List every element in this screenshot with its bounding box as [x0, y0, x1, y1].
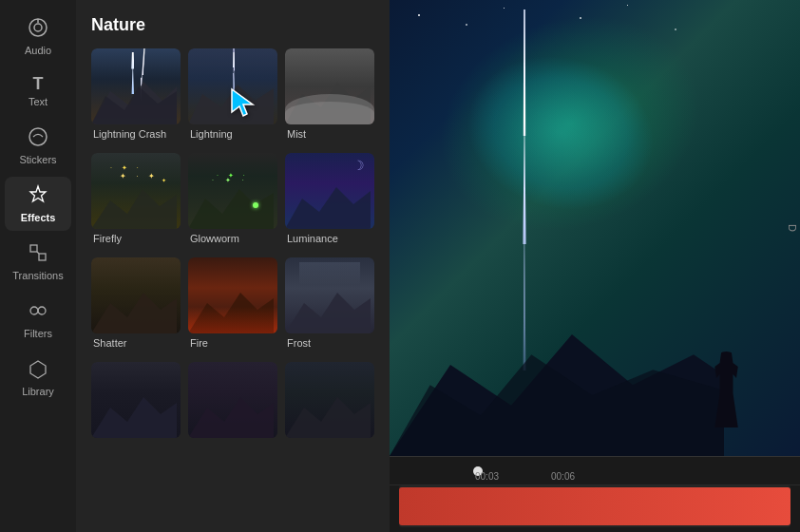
effects-panel-title: Nature [91, 15, 374, 35]
sidebar-label-library: Library [22, 386, 54, 397]
effect-thumb-bottom1 [91, 362, 181, 438]
sidebar-label-transitions: Transitions [12, 270, 63, 281]
preview-video: D [390, 0, 800, 456]
effect-label-glowworm: Glowworm [188, 229, 277, 250]
svg-line-6 [37, 252, 39, 254]
effect-label-fire: Fire [188, 333, 277, 354]
sidebar-label-audio: Audio [25, 45, 51, 56]
svg-marker-19 [285, 293, 371, 333]
library-icon [28, 358, 48, 382]
sidebar-item-stickers[interactable]: Stickers [5, 119, 71, 173]
effect-label-lightning-crash: Lightning Crash [91, 124, 181, 145]
effect-thumb-shatter [91, 257, 181, 333]
svg-marker-11 [91, 86, 177, 124]
effect-item-mist[interactable]: Mist [285, 48, 374, 145]
svg-marker-20 [91, 397, 177, 438]
timeline-top: 00:03 00:06 [390, 457, 800, 485]
audio-icon [28, 17, 48, 41]
svg-rect-5 [39, 254, 46, 260]
effect-label-lightning: Lightning [188, 124, 277, 145]
effect-thumb-luminance: ☽ [285, 153, 374, 229]
sidebar-item-filters[interactable]: Filters [5, 293, 71, 347]
effect-label-bottom3 [285, 438, 374, 447]
svg-marker-16 [285, 187, 371, 229]
svg-marker-9 [30, 361, 46, 378]
effect-label-firefly: Firefly [91, 229, 181, 250]
effects-panel: Nature Lightning Crash Lightning [76, 0, 390, 532]
effect-thumb-bottom2 [188, 362, 277, 438]
sidebar-item-text[interactable]: T Text [5, 67, 71, 115]
stickers-icon [28, 126, 48, 150]
effect-label-frost: Frost [285, 333, 374, 354]
effect-item-fire[interactable]: Fire [188, 257, 277, 354]
svg-marker-13 [285, 83, 371, 124]
effect-thumb-frost [285, 257, 374, 333]
sidebar: Audio T Text Stickers Effects [0, 0, 76, 532]
preview-label: D [787, 224, 798, 232]
svg-point-1 [34, 24, 42, 31]
effect-label-bottom1 [91, 438, 181, 447]
effect-thumb-lightning-crash [91, 48, 181, 124]
effect-item-firefly[interactable]: · ✦ · ✦ Firefly [91, 153, 181, 250]
effect-label-mist: Mist [285, 124, 374, 145]
effects-grid: Lightning Crash Lightning Mist [91, 48, 374, 447]
effect-item-luminance[interactable]: ☽ Luminance [285, 153, 374, 250]
effect-thumb-lightning [188, 48, 277, 124]
text-icon: T [33, 75, 44, 92]
timeline-clip [399, 487, 790, 525]
effect-thumb-glowworm: · ✦ · [188, 153, 277, 229]
effect-item-shatter[interactable]: Shatter [91, 257, 181, 354]
sidebar-label-text: Text [29, 96, 48, 107]
effect-label-shatter: Shatter [91, 333, 181, 354]
svg-marker-21 [188, 397, 274, 438]
sidebar-item-effects[interactable]: Effects [5, 177, 71, 231]
svg-marker-17 [91, 293, 177, 333]
effect-item-lightning-crash[interactable]: Lightning Crash [91, 48, 181, 145]
svg-point-7 [30, 307, 38, 314]
effect-thumb-bottom3 [285, 362, 374, 438]
preview-area: D 00:03 00:06 [390, 0, 800, 532]
timestamp-006: 00:06 [551, 471, 575, 482]
sidebar-item-transitions[interactable]: Transitions [5, 235, 71, 289]
sidebar-label-stickers: Stickers [19, 154, 56, 165]
sidebar-item-audio[interactable]: Audio [5, 10, 71, 64]
effects-icon [28, 184, 48, 208]
timestamp-003: 00:03 [475, 471, 499, 482]
effect-thumb-firefly: · ✦ · ✦ [91, 153, 181, 229]
filters-icon [28, 300, 48, 324]
sidebar-item-library[interactable]: Library [5, 351, 71, 405]
effect-item-lightning[interactable]: Lightning [188, 48, 277, 145]
svg-marker-15 [188, 189, 274, 229]
effect-item-bottom2[interactable] [188, 362, 277, 447]
effect-item-bottom1[interactable] [91, 362, 181, 447]
svg-marker-12 [188, 85, 274, 124]
svg-point-3 [29, 128, 47, 145]
sidebar-label-filters: Filters [24, 328, 52, 339]
effect-item-bottom3[interactable] [285, 362, 374, 447]
transitions-icon [28, 242, 48, 266]
effect-item-frost[interactable]: Frost [285, 257, 374, 354]
svg-point-8 [38, 307, 46, 314]
svg-marker-22 [285, 397, 371, 438]
effect-label-bottom2 [188, 438, 277, 447]
svg-rect-4 [30, 245, 37, 252]
effect-item-glowworm[interactable]: · ✦ · Glowworm [188, 153, 277, 250]
timeline-track[interactable] [399, 485, 790, 527]
sidebar-label-effects: Effects [21, 212, 56, 223]
timeline: 00:03 00:06 [390, 456, 800, 532]
effect-label-luminance: Luminance [285, 229, 374, 250]
svg-marker-14 [91, 189, 177, 229]
effect-thumb-mist [285, 48, 374, 124]
effect-thumb-fire [188, 257, 277, 333]
